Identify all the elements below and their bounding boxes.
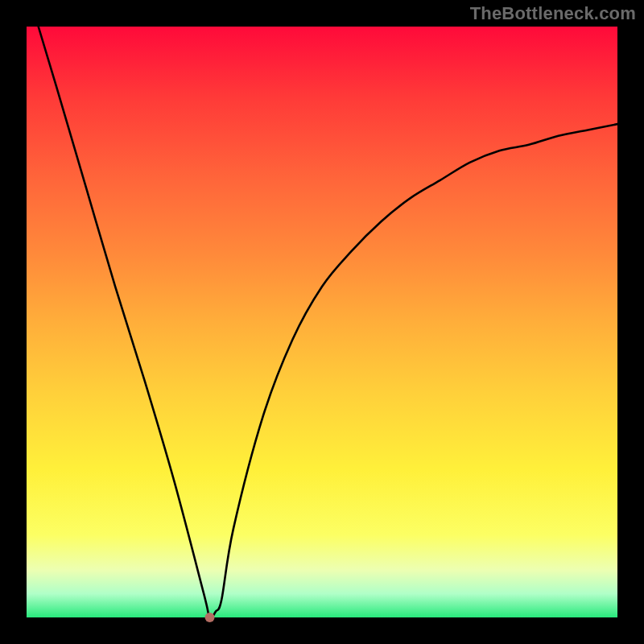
curve-svg [27,27,617,617]
watermark-text: TheBottleneck.com [470,3,636,24]
plot-area [27,27,617,617]
chart-frame: TheBottleneck.com [0,0,644,644]
bottleneck-curve [39,27,617,618]
minimum-point-marker [205,613,215,622]
